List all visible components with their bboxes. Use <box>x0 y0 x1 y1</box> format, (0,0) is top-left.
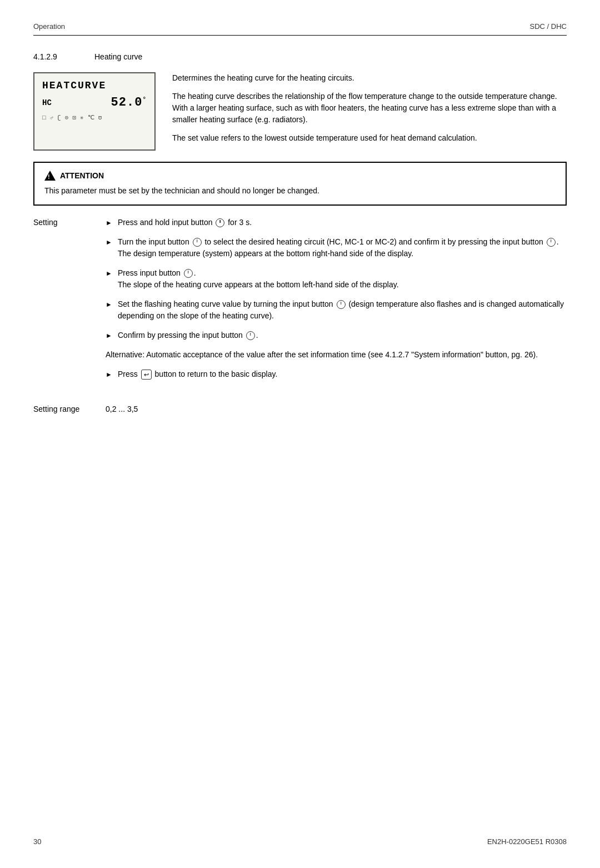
main-content: 4.1.2.9 Heating curve HEATCURVE HC 52.0°… <box>33 52 567 413</box>
bullet-arrow-2: ► <box>106 237 112 247</box>
attention-text: This parameter must be set by the techni… <box>44 185 556 197</box>
lcd-icon-8: ʊ <box>98 114 104 121</box>
knob-icon-6 <box>246 331 255 340</box>
page-header: Operation SDC / DHC <box>33 22 567 36</box>
alt-text: Alternative: Automatic acceptance of the… <box>106 349 567 361</box>
bullet-arrow-3: ► <box>106 268 112 278</box>
bullet-list-2: ► Press ↩ button to return to the basic … <box>106 368 567 380</box>
bullet-arrow-5: ► <box>106 331 112 341</box>
header-left: Operation <box>33 22 65 31</box>
desc-para2: The heating curve describes the relation… <box>172 91 567 126</box>
lcd-icons-row: □ ♂ ʗ ⊙ ⊡ ✳ ℃ ʊ <box>42 114 147 121</box>
settings-section: Setting ► Press and hold input button fo… <box>33 217 567 388</box>
intro-section: HEATCURVE HC 52.0° □ ♂ ʗ ⊙ ⊡ ✳ ℃ ʊ <box>33 72 567 151</box>
bullet-text-4: Set the flashing heating curve value by … <box>118 298 567 322</box>
settings-content: ► Press and hold input button for 3 s. ►… <box>106 217 567 388</box>
header-right: SDC / DHC <box>530 22 567 31</box>
return-icon: ↩ <box>141 370 152 380</box>
bullet-text-2: Turn the input button to select the desi… <box>118 236 567 260</box>
page-footer: 30 EN2H-0220GE51 R0308 <box>33 837 567 846</box>
bullet-text-5: Confirm by pressing the input button . <box>118 330 567 341</box>
bullet-item-6: ► Press ↩ button to return to the basic … <box>106 368 567 380</box>
setting-range-value: 0,2 ... 3,5 <box>106 405 138 413</box>
section-heading: Heating curve <box>94 52 142 61</box>
lcd-icon-1: □ <box>42 114 48 121</box>
setting-range-row: Setting range 0,2 ... 3,5 <box>33 405 567 413</box>
description-col: Determines the heating curve for the hea… <box>172 72 567 151</box>
lcd-icon-5: ⊡ <box>72 114 78 121</box>
lcd-icon-3: ʗ <box>57 114 63 121</box>
bullet-arrow-1: ► <box>106 218 112 228</box>
page: Operation SDC / DHC 4.1.2.9 Heating curv… <box>0 0 600 868</box>
lcd-icon-2: ♂ <box>50 114 56 121</box>
attention-box: ATTENTION This parameter must be set by … <box>33 162 567 206</box>
lcd-icon-7: ℃ <box>88 114 96 121</box>
bullet-item-5: ► Confirm by pressing the input button . <box>106 330 567 341</box>
settings-label: Setting <box>33 217 89 388</box>
lcd-value: 52.0° <box>111 96 147 109</box>
bullet-arrow-6: ► <box>106 370 112 380</box>
setting-range-label: Setting range <box>33 405 89 413</box>
knob-icon-2 <box>193 238 202 247</box>
knob-icon-4 <box>184 269 193 278</box>
bullet-list: ► Press and hold input button for 3 s. ►… <box>106 217 567 341</box>
footer-page-number: 30 <box>33 837 41 846</box>
knob-icon-1 <box>216 218 224 227</box>
section-number: 4.1.2.9 <box>33 52 78 61</box>
section-title: 4.1.2.9 Heating curve <box>33 52 567 61</box>
lcd-icon-4: ⊙ <box>65 114 71 121</box>
bullet-text-6: Press ↩ button to return to the basic di… <box>118 368 567 380</box>
lcd-label: HC <box>42 98 52 107</box>
lcd-title: HEATCURVE <box>42 80 147 91</box>
desc-para1: Determines the heating curve for the hea… <box>172 72 567 84</box>
bullet-item-1: ► Press and hold input button for 3 s. <box>106 217 567 228</box>
lcd-icon-6: ✳ <box>80 114 86 121</box>
knob-icon-5 <box>337 300 346 309</box>
desc-para3: The set value refers to the lowest outsi… <box>172 132 567 144</box>
footer-doc-ref: EN2H-0220GE51 R0308 <box>487 837 567 846</box>
lcd-display: HEATCURVE HC 52.0° □ ♂ ʗ ⊙ ⊡ ✳ ℃ ʊ <box>33 72 156 151</box>
bullet-text-1: Press and hold input button for 3 s. <box>118 217 567 228</box>
bullet-arrow-4: ► <box>106 300 112 310</box>
attention-triangle-icon <box>44 171 56 181</box>
lcd-value-row: HC 52.0° <box>42 96 147 109</box>
bullet-text-3: Press input button . The slope of the he… <box>118 267 567 291</box>
bullet-item-3: ► Press input button . The slope of the … <box>106 267 567 291</box>
knob-icon-3 <box>547 238 556 247</box>
bullet-item-2: ► Turn the input button to select the de… <box>106 236 567 260</box>
attention-title: ATTENTION <box>44 171 556 181</box>
bullet-item-4: ► Set the flashing heating curve value b… <box>106 298 567 322</box>
